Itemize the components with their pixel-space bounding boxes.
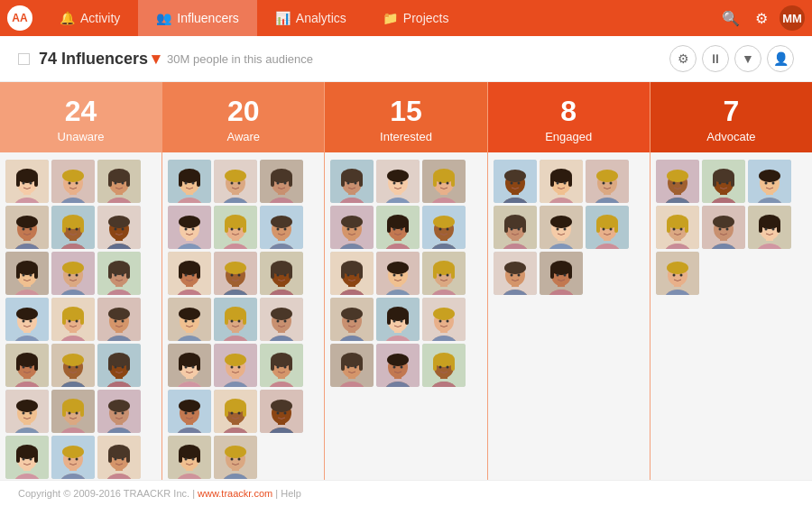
influencer-avatar[interactable]: [702, 206, 745, 249]
influencer-avatar[interactable]: [656, 160, 699, 203]
influencer-avatar[interactable]: [5, 344, 49, 387]
svg-point-484: [347, 320, 350, 323]
influencer-avatar[interactable]: [97, 344, 141, 387]
influencer-avatar[interactable]: [168, 390, 211, 433]
kanban-board: 24 Unaware: [0, 82, 812, 480]
svg-point-447: [433, 216, 455, 228]
influencer-avatar[interactable]: [51, 252, 95, 295]
influencer-avatar[interactable]: [748, 206, 791, 249]
app-logo[interactable]: AA: [7, 5, 32, 31]
tab-influencers[interactable]: 👥 Influencers: [138, 0, 256, 36]
influencer-avatar[interactable]: [330, 344, 374, 387]
influencer-avatar[interactable]: [422, 160, 466, 203]
influencer-avatar[interactable]: [494, 206, 537, 249]
influencer-avatar[interactable]: [422, 344, 466, 387]
influencer-avatar[interactable]: [214, 206, 257, 249]
influencer-avatar[interactable]: [260, 390, 303, 433]
svg-point-125: [76, 366, 78, 369]
svg-point-159: [108, 400, 130, 412]
influencer-avatar[interactable]: [214, 160, 257, 203]
influencer-avatar[interactable]: [168, 206, 211, 249]
influencer-avatar[interactable]: [5, 298, 49, 341]
influencer-avatar[interactable]: [422, 252, 466, 295]
select-all-checkbox[interactable]: [18, 53, 30, 65]
influencer-avatar[interactable]: [330, 160, 374, 203]
influencer-avatar[interactable]: [51, 160, 95, 203]
influencer-avatar[interactable]: [214, 252, 257, 295]
influencer-avatar[interactable]: [330, 298, 374, 341]
influencer-avatar[interactable]: [5, 252, 49, 295]
influencer-avatar[interactable]: [97, 390, 141, 433]
pause-btn[interactable]: ⏸: [702, 45, 729, 72]
influencer-avatar[interactable]: [97, 252, 141, 295]
influencer-avatar[interactable]: [494, 252, 537, 295]
user-avatar[interactable]: MM: [780, 5, 805, 31]
svg-rect-295: [289, 268, 292, 279]
influencer-avatar[interactable]: [214, 436, 257, 479]
influencer-avatar[interactable]: [540, 252, 583, 295]
influencer-avatar[interactable]: [748, 160, 791, 203]
influencer-avatar[interactable]: [214, 298, 257, 341]
influencer-avatar[interactable]: [97, 298, 141, 341]
influencer-avatar[interactable]: [586, 206, 629, 249]
influencer-avatar[interactable]: [97, 160, 141, 203]
svg-rect-223: [197, 176, 200, 187]
influencer-avatar[interactable]: [260, 160, 303, 203]
influencer-avatar[interactable]: [5, 390, 49, 433]
nav-tabs: 🔔 Activity 👥 Influencers 📊 Analytics 📁 P…: [42, 0, 718, 36]
influencer-avatar[interactable]: [422, 206, 466, 249]
influencer-avatar[interactable]: [376, 298, 420, 341]
influencer-avatar[interactable]: [330, 252, 374, 295]
influencer-avatar[interactable]: [168, 252, 211, 295]
influencer-avatar[interactable]: [214, 344, 257, 387]
influencer-avatar[interactable]: [97, 436, 141, 479]
influencer-avatar[interactable]: [656, 252, 699, 295]
svg-point-27: [122, 182, 125, 185]
settings-filter-btn[interactable]: ⚙: [669, 45, 697, 72]
influencer-avatar[interactable]: [260, 252, 303, 295]
influencer-avatar[interactable]: [5, 436, 49, 479]
influencer-avatar[interactable]: [422, 298, 466, 341]
search-button[interactable]: 🔍: [718, 5, 743, 31]
dropdown-chevron-icon[interactable]: ▾: [152, 49, 160, 69]
influencer-avatar[interactable]: [51, 298, 95, 341]
influencer-avatar[interactable]: [260, 206, 303, 249]
settings-button[interactable]: ⚙: [749, 5, 774, 31]
svg-point-141: [16, 400, 38, 412]
influencer-avatar[interactable]: [376, 206, 420, 249]
filter-btn[interactable]: ▼: [734, 45, 761, 72]
influencer-avatar[interactable]: [168, 298, 211, 341]
svg-rect-151: [80, 406, 84, 417]
influencer-avatar[interactable]: [656, 206, 699, 249]
influencer-avatar[interactable]: [168, 436, 211, 479]
influencer-avatar[interactable]: [168, 344, 211, 387]
influencer-avatar[interactable]: [376, 344, 420, 387]
svg-point-369: [238, 412, 241, 415]
tab-analytics[interactable]: 📊 Analytics: [257, 0, 364, 36]
influencer-avatar[interactable]: [330, 206, 374, 249]
influencer-avatar[interactable]: [214, 390, 257, 433]
influencer-avatar[interactable]: [540, 206, 583, 249]
tab-projects[interactable]: 📁 Projects: [364, 0, 467, 36]
influencer-avatar[interactable]: [51, 206, 95, 249]
influencer-avatar[interactable]: [51, 436, 95, 479]
influencer-avatar[interactable]: [97, 206, 141, 249]
influencer-avatar[interactable]: [260, 298, 303, 341]
svg-point-15: [62, 170, 84, 182]
influencer-avatar[interactable]: [5, 160, 49, 203]
influencer-avatar[interactable]: [586, 160, 629, 203]
influencer-avatar[interactable]: [5, 206, 49, 249]
influencer-avatar[interactable]: [702, 160, 745, 203]
influencer-avatar[interactable]: [168, 160, 211, 203]
influencer-avatar[interactable]: [540, 160, 583, 203]
influencer-avatar[interactable]: [494, 160, 537, 203]
influencer-avatar[interactable]: [376, 252, 420, 295]
footer-link[interactable]: www.traackr.com: [198, 488, 272, 499]
influencer-avatar[interactable]: [376, 160, 420, 203]
person-filter-btn[interactable]: 👤: [767, 45, 794, 72]
tab-activity[interactable]: 🔔 Activity: [42, 0, 138, 36]
advocate-label: Advocate: [660, 130, 803, 143]
influencer-avatar[interactable]: [51, 344, 95, 387]
influencer-avatar[interactable]: [51, 390, 95, 433]
influencer-avatar[interactable]: [260, 344, 303, 387]
